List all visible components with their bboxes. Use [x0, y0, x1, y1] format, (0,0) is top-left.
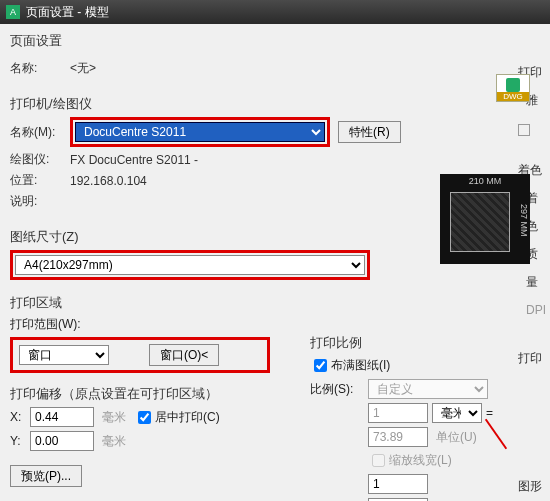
printer-name-label: 名称(M): [10, 124, 70, 141]
y-unit: 毫米 [102, 433, 126, 450]
x-unit: 毫米 [102, 409, 126, 426]
x-label: X: [10, 410, 30, 424]
x-input[interactable] [30, 407, 94, 427]
scale-ratio-label: 比例(S): [310, 381, 368, 398]
fit-to-paper-label: 布满图纸(I) [331, 357, 390, 374]
page-setup-header: 页面设置 [10, 32, 540, 50]
highlight-printer-select: DocuCentre S2011 [70, 117, 330, 147]
offset-section-title: 打印偏移（原点设置在可打印区域） [10, 385, 300, 403]
fit-to-paper-checkbox[interactable] [314, 359, 327, 372]
titlebar: A 页面设置 - 模型 [0, 0, 550, 24]
window-pick-button[interactable]: 窗口(O)< [149, 344, 219, 366]
equals-sign: = [486, 406, 493, 420]
scale-section-title: 打印比例 [310, 334, 530, 352]
scale-ratio-select: 自定义 [368, 379, 488, 399]
unit-u-label: 单位(U) [436, 429, 477, 446]
location-value: 192.168.0.104 [70, 174, 147, 188]
preview-button[interactable]: 预览(P)... [10, 465, 82, 487]
papersize-select[interactable]: A4(210x297mm) [15, 255, 365, 275]
scale-denom-input [368, 427, 428, 447]
printer-properties-button[interactable]: 特性(R) [338, 121, 401, 143]
red-annotation-line [485, 419, 507, 450]
app-icon: A [6, 5, 20, 19]
dwg-badge: DWG [496, 74, 530, 102]
center-print-checkbox[interactable] [138, 411, 151, 424]
highlight-printrange: 窗口 窗口(O)< [10, 337, 270, 373]
scale-lineweight-checkbox [372, 454, 385, 467]
printrange-select[interactable]: 窗口 [19, 345, 109, 365]
location-label: 位置: [10, 172, 70, 189]
scale-lineweight-label: 缩放线宽(L) [389, 452, 452, 469]
y-label: Y: [10, 434, 30, 448]
paper-preview: 210 MM 297 MM [440, 174, 530, 264]
plotter-value: FX DocuCentre S2011 - [70, 153, 198, 167]
name-label: 名称: [10, 60, 70, 77]
y-input[interactable] [30, 431, 94, 451]
name-value: <无> [70, 60, 96, 77]
scale-unit-select[interactable]: 毫米 [432, 403, 482, 423]
center-print-label: 居中打印(C) [155, 409, 220, 426]
description-label: 说明: [10, 193, 70, 210]
window-title: 页面设置 - 模型 [26, 4, 109, 21]
scale-num2-input[interactable] [368, 474, 428, 494]
plotter-label: 绘图仪: [10, 151, 70, 168]
printer-section-title: 打印机/绘图仪 [10, 95, 540, 113]
printer-select[interactable]: DocuCentre S2011 [75, 122, 325, 142]
printrange-label: 打印范围(W): [10, 316, 81, 333]
highlight-papersize: A4(210x297mm) [10, 250, 370, 280]
scale-num-input [368, 403, 428, 423]
printarea-section-title: 打印区域 [10, 294, 300, 312]
